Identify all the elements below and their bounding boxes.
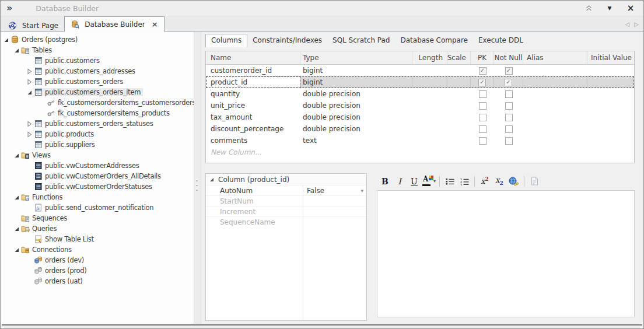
italic-button[interactable]: I: [393, 175, 407, 188]
tree-item-orders-dev[interactable]: orders (dev): [1, 255, 194, 265]
subscript-button[interactable]: x2: [492, 175, 506, 188]
collapse-arrow-icon[interactable]: [209, 177, 215, 183]
tree-item-views[interactable]: Views: [1, 150, 194, 160]
tree-item-orders-postgres[interactable]: Orders (postgres): [1, 34, 194, 45]
property-row-sequencename[interactable]: SequenceName: [206, 216, 366, 227]
tree-item-public-send-customer-notification[interactable]: fxpublic.send_customer_notification: [1, 202, 194, 213]
column-header-length[interactable]: Length: [412, 51, 447, 64]
grid-row-customerorder-id[interactable]: customerorder_idbigint✓✓: [206, 65, 634, 76]
column-header-not_null[interactable]: Not Null: [494, 51, 523, 64]
tab-close-icon[interactable]: ×: [152, 20, 158, 28]
column-header-scale[interactable]: Scale: [447, 51, 471, 64]
collapse-panel-icon[interactable]: [584, 4, 593, 13]
tab-database-builder[interactable]: Database Builder×: [64, 16, 164, 32]
tree-item-public-suppliers[interactable]: public.suppliers: [1, 139, 194, 150]
pk-checkbox[interactable]: [479, 137, 487, 145]
new-column-row[interactable]: New Column...: [206, 146, 634, 158]
bold-button[interactable]: B: [378, 175, 392, 188]
dropdown-arrow-icon[interactable]: ▾: [360, 188, 363, 194]
property-row-startnum[interactable]: StartNum: [206, 195, 366, 206]
tree-item-connections[interactable]: Connections: [1, 244, 194, 255]
column-header-initial_value[interactable]: Initial Value: [587, 51, 634, 64]
pk-checkbox[interactable]: ✓: [478, 79, 486, 86]
pk-checkbox[interactable]: [479, 125, 487, 133]
tab-scroll-right-icon[interactable]: ▷: [634, 21, 639, 27]
tree-item-public-vwcustomerorderstatuses[interactable]: public.vwCustomerOrderStatuses: [1, 181, 194, 192]
tree-item-queries[interactable]: sqlQueries: [1, 223, 194, 234]
grid-row-quantity[interactable]: quantitydouble precision: [206, 88, 634, 100]
column-header-name[interactable]: Name: [206, 51, 300, 64]
column-header-alias[interactable]: Alias: [523, 51, 587, 64]
tree-item-tables[interactable]: Tables: [1, 45, 194, 55]
close-window-icon[interactable]: ×: [626, 4, 635, 13]
numbered-list-button[interactable]: 123: [457, 175, 471, 188]
tree-item-show-table-list[interactable]: sqlShow Table List: [1, 234, 194, 244]
expand-arrow-icon[interactable]: [26, 121, 33, 127]
superscript-button[interactable]: x2: [478, 175, 492, 188]
panel-tab-execute-ddl[interactable]: Execute DDL: [473, 34, 528, 47]
panel-tab-database-compare[interactable]: Database Compare: [396, 34, 474, 47]
collapse-arrow-icon[interactable]: [13, 194, 20, 201]
column-header-pk[interactable]: PK: [471, 51, 494, 64]
not-null-checkbox[interactable]: ✓: [505, 67, 513, 75]
tree-item-public-products[interactable]: public.products: [1, 129, 194, 139]
font-color-dropdown-icon[interactable]: ▾: [433, 178, 436, 184]
property-value[interactable]: False▾: [303, 186, 366, 195]
tree-item-functions[interactable]: fxFunctions: [1, 192, 194, 202]
property-row-autonum[interactable]: AutoNumFalse▾: [206, 185, 366, 195]
splitter-grip-icon: [196, 179, 198, 193]
panel-tab-constraints-indexes[interactable]: Constraints/Indexes: [247, 34, 327, 47]
tree-item-public-customers-orders-statuses[interactable]: public.customers_orders_statuses: [1, 118, 194, 129]
tab-scroll-left-icon[interactable]: ◁: [625, 21, 630, 27]
tree-item-public-customers[interactable]: public.customers: [1, 55, 194, 66]
panel-tab-sql-scratch-pad[interactable]: SQL Scratch Pad: [327, 34, 395, 47]
tree-item-public-customers-addresses[interactable]: public.customers_addresses: [1, 66, 194, 76]
font-color-button[interactable]: A ▾: [422, 175, 436, 188]
expand-arrow-icon[interactable]: [26, 68, 33, 75]
not-null-checkbox[interactable]: [505, 102, 513, 110]
pk-checkbox[interactable]: [479, 90, 487, 98]
grid-row-comments[interactable]: commentstext: [206, 135, 634, 146]
pk-checkbox[interactable]: [479, 102, 487, 110]
tree-item-public-customers-orders-item[interactable]: public.customers_orders_item: [1, 87, 194, 97]
not-null-checkbox[interactable]: ✓: [505, 79, 512, 86]
bullet-list-button[interactable]: [443, 175, 457, 188]
tab-start-page[interactable]: Start Page: [2, 19, 64, 32]
notes-document-button[interactable]: [527, 175, 541, 188]
grid-row-unit-price[interactable]: unit_pricedouble precision: [206, 100, 634, 111]
tree-item-public-customers-orders[interactable]: public.customers_orders: [1, 76, 194, 87]
tree-item-orders-uat[interactable]: orders (uat): [1, 276, 194, 286]
tree-item-public-vwcustomerorders-alldetails[interactable]: public.vwCustomerOrders_AllDetails: [1, 171, 194, 181]
collapse-arrow-icon[interactable]: [3, 37, 9, 43]
not-null-checkbox[interactable]: [505, 90, 513, 98]
grid-row-discount-percentage[interactable]: discount_percentagedouble precision: [206, 123, 634, 135]
splitter-handle[interactable]: [194, 32, 201, 324]
grid-row-product-id[interactable]: product_idbigint✓✓: [206, 76, 634, 88]
property-row-increment[interactable]: Increment: [206, 206, 366, 216]
expand-arrow-icon[interactable]: [26, 131, 33, 138]
tree-item-orders-prod[interactable]: orders (prod): [1, 265, 194, 276]
panel-tab-columns[interactable]: Columns: [205, 34, 247, 47]
not-null-checkbox[interactable]: [505, 114, 513, 121]
expand-arrow-icon[interactable]: [26, 79, 33, 85]
pk-checkbox[interactable]: ✓: [479, 67, 487, 75]
dock-chevrons-icon[interactable]: »: [6, 4, 12, 13]
not-null-checkbox[interactable]: [505, 137, 513, 145]
window-menu-dropdown-icon[interactable]: ▼: [605, 4, 614, 13]
hyperlink-button[interactable]: [507, 175, 521, 188]
collapse-arrow-icon[interactable]: [13, 47, 20, 54]
underline-button[interactable]: U: [407, 175, 421, 188]
tree-item-public-vwcustomeraddresses[interactable]: public.vwCustomerAddresses: [1, 160, 194, 171]
tree-item-sequences[interactable]: Sequences: [1, 213, 194, 223]
tree-item-fk-customersordersitems-products[interactable]: fk_customersordersitems_products: [1, 108, 194, 118]
collapse-arrow-icon[interactable]: [13, 247, 20, 253]
pk-checkbox[interactable]: [479, 114, 487, 121]
collapse-arrow-icon[interactable]: [26, 89, 33, 96]
tree-item-fk-customersordersitems-customersorders[interactable]: fk_customersordersitems_customersorders: [1, 97, 194, 108]
notes-editor[interactable]: [377, 190, 635, 317]
not-null-checkbox[interactable]: [505, 125, 513, 133]
column-header-type[interactable]: Type: [300, 51, 412, 64]
grid-row-tax-amount[interactable]: tax_amountdouble precision: [206, 111, 634, 123]
collapse-arrow-icon[interactable]: [13, 226, 20, 232]
collapse-arrow-icon[interactable]: [13, 152, 20, 159]
